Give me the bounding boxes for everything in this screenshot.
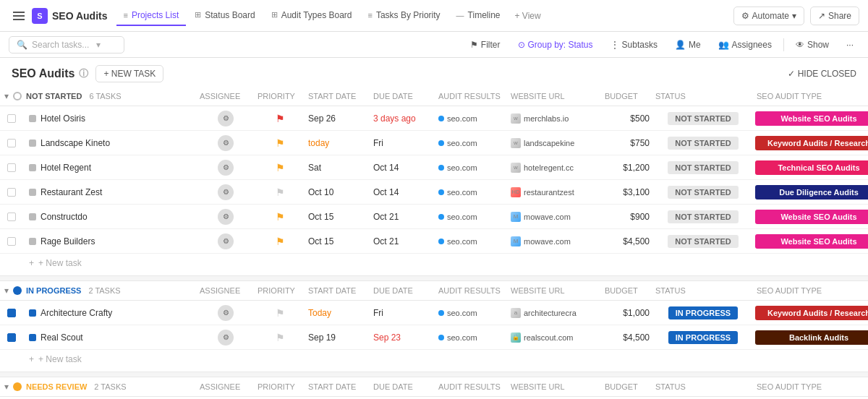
- subtasks-icon: ⋮: [610, 40, 619, 50]
- search-box[interactable]: 🔍 Search tasks... ▾: [9, 36, 124, 53]
- priority-flag: ⚑: [276, 332, 285, 343]
- status-cell: NOT STARTED: [652, 235, 754, 248]
- col-start-date: START DATE: [305, 92, 370, 100]
- budget: $900: [602, 212, 652, 222]
- tab-tasks-by-priority[interactable]: ≡ Tasks By Priority: [361, 6, 448, 26]
- automate-button[interactable]: ⚙ Automate ▾: [733, 7, 804, 25]
- subtasks-button[interactable]: ⋮ Subtasks: [605, 37, 663, 53]
- avatar: ⚙: [218, 330, 234, 346]
- task-checkbox[interactable]: [0, 114, 23, 123]
- audit-type-tag[interactable]: Backlink Audits: [755, 330, 868, 345]
- url-dot: [438, 214, 444, 220]
- audit-type-tag[interactable]: Website SEO Audits: [755, 234, 868, 249]
- avatar: ⚙: [218, 135, 234, 151]
- start-date: Oct 10: [305, 187, 370, 197]
- section-toggle-in-progress[interactable]: ▾ IN PROGRESS 2 TASKS: [0, 286, 197, 296]
- add-view-button[interactable]: + View: [509, 11, 547, 21]
- audit-type-cell[interactable]: Technical SEO Audits: [754, 160, 868, 175]
- avatar: ⚙: [218, 160, 234, 176]
- col-budget: BUDGET: [602, 286, 652, 295]
- assignee-cell: ⚙: [197, 111, 255, 126]
- group-by-button[interactable]: ⊙ Group by: Status: [512, 37, 599, 53]
- task-checkbox[interactable]: [0, 213, 23, 221]
- tab-timeline[interactable]: — Timeline: [449, 6, 508, 26]
- audit-type-cell[interactable]: Due Diligence Audits: [754, 185, 868, 200]
- col-website-url: WEBSITE URL: [508, 286, 602, 295]
- task-name[interactable]: Architecture Crafty: [23, 305, 197, 321]
- task-checkbox[interactable]: [0, 139, 23, 147]
- filter-button[interactable]: ⚑ Filter: [464, 37, 506, 53]
- collapse-icon[interactable]: ▾: [4, 286, 9, 296]
- tab-projects-list[interactable]: ≡ Projects List: [116, 6, 187, 26]
- assignee-cell: ⚙: [197, 209, 255, 225]
- task-name[interactable]: Hotel Regent: [23, 160, 197, 176]
- audit-type-tag[interactable]: Website SEO Audits: [755, 111, 868, 126]
- website-icon: w: [511, 138, 521, 148]
- me-button[interactable]: 👤 Me: [669, 37, 707, 53]
- hide-closed-button[interactable]: ✓ HIDE CLOSED: [788, 69, 856, 79]
- col-due-date: DUE DATE: [370, 382, 435, 391]
- status-badge: NOT STARTED: [668, 210, 738, 223]
- website-url: wmerchlabs.io: [508, 113, 602, 124]
- priority-cell: ⚑: [255, 236, 305, 247]
- audit-type-cell[interactable]: Website SEO Audits: [754, 210, 868, 224]
- task-checkbox[interactable]: [0, 163, 23, 172]
- section-divider-2: [0, 372, 868, 377]
- section-count: 2 TASKS: [88, 286, 120, 295]
- task-checkbox[interactable]: [0, 237, 23, 246]
- section-needs-review: ▾ NEEDS REVIEW 2 TASKS ASSIGNEE PRIORITY…: [0, 377, 868, 399]
- task-name[interactable]: Landscape Kineto: [23, 135, 197, 151]
- audit-type-tag[interactable]: Technical SEO Audits: [755, 160, 868, 175]
- audit-type-cell[interactable]: Backlink Audits: [754, 330, 868, 345]
- status-cell: IN PROGRESS: [652, 306, 754, 319]
- section-toggle-not-started[interactable]: ▾ NOT STARTED 6 TASKS: [0, 91, 197, 101]
- col-assignee: ASSIGNEE: [197, 92, 255, 100]
- task-checkbox[interactable]: [0, 309, 23, 317]
- task-name[interactable]: Rage Builders: [23, 233, 197, 249]
- filter-icon: ⚑: [470, 40, 478, 50]
- avatar: ⚙: [218, 209, 234, 225]
- add-task-button[interactable]: + + New task: [0, 350, 868, 369]
- task-checkbox[interactable]: [0, 333, 23, 342]
- page-title: SEO Audits ⓘ: [12, 67, 88, 80]
- share-button[interactable]: ↗ Share: [810, 7, 859, 25]
- list-icon: ≡: [124, 11, 128, 20]
- collapse-icon[interactable]: ▾: [4, 91, 9, 101]
- more-button[interactable]: ···: [841, 37, 859, 53]
- section-header-in-progress: ▾ IN PROGRESS 2 TASKS ASSIGNEE PRIORITY …: [0, 281, 868, 301]
- board-icon-2: ⊞: [271, 10, 278, 20]
- table-row: Hotel Regent ⚙ ⚑ Sat Oct 14 seo.com whot…: [0, 155, 868, 180]
- assignees-button[interactable]: 👥 Assignees: [712, 37, 778, 53]
- info-icon[interactable]: ⓘ: [79, 67, 88, 80]
- task-name[interactable]: Hotel Osiris: [23, 111, 197, 126]
- audit-type-tag[interactable]: Keyword Audits / Research: [755, 306, 868, 320]
- website-url: Mmowave.com: [508, 212, 602, 222]
- audit-type-cell[interactable]: Website SEO Audits: [754, 234, 868, 249]
- ellipsis-icon: ···: [846, 40, 854, 50]
- audit-type-tag[interactable]: Website SEO Audits: [755, 210, 868, 224]
- start-date: Sat: [305, 163, 370, 173]
- task-name[interactable]: Real Scout: [23, 330, 197, 346]
- task-checkbox[interactable]: [0, 188, 23, 197]
- add-task-button[interactable]: + + New task: [0, 254, 868, 273]
- audit-results: seo.com: [435, 114, 508, 123]
- tab-status-board[interactable]: ⊞ Status Board: [187, 6, 262, 26]
- audit-type-cell[interactable]: Website SEO Audits: [754, 111, 868, 126]
- audit-type-tag[interactable]: Due Diligence Audits: [755, 185, 868, 200]
- col-website-url: WEBSITE URL: [508, 382, 602, 391]
- status-cell: NOT STARTED: [652, 186, 754, 199]
- collapse-icon[interactable]: ▾: [4, 382, 9, 392]
- table-row: Constructdo ⚙ ⚑ Oct 15 Oct 21 seo.com Mm…: [0, 205, 868, 229]
- task-name[interactable]: Constructdo: [23, 209, 197, 225]
- task-name[interactable]: Restaurant Zest: [23, 184, 197, 200]
- audit-type-cell[interactable]: Keyword Audits / Research: [754, 136, 868, 150]
- due-date: Fri: [370, 138, 435, 148]
- tab-audit-types-board[interactable]: ⊞ Audit Types Board: [264, 6, 359, 26]
- show-button[interactable]: 👁 Show: [790, 37, 835, 53]
- audit-type-tag[interactable]: Keyword Audits / Research: [755, 136, 868, 150]
- section-toggle-needs-review[interactable]: ▾ NEEDS REVIEW 2 TASKS: [0, 382, 197, 392]
- audit-type-cell[interactable]: Keyword Audits / Research: [754, 306, 868, 320]
- new-task-button[interactable]: + NEW TASK: [95, 65, 163, 82]
- section-label: IN PROGRESS: [26, 286, 81, 295]
- hamburger-icon[interactable]: [9, 6, 29, 26]
